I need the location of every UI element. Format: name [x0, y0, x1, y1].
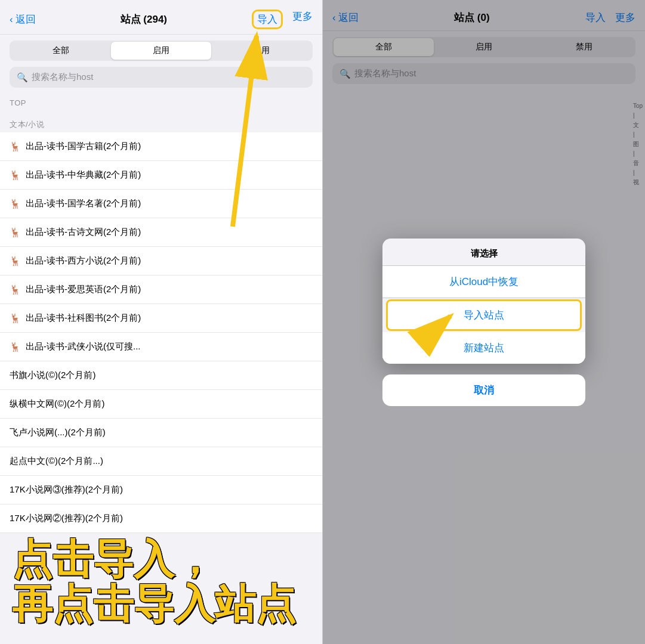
item-label: 17K小说网②(推荐)(2个月前): [10, 513, 123, 524]
left-segment-disabled[interactable]: 禁用: [211, 42, 311, 60]
deer-icon: 🦌: [10, 199, 21, 209]
deer-icon: 🦌: [10, 170, 21, 181]
action-sheet-title: 请选择: [382, 239, 585, 266]
list-item[interactable]: 17K小说网③(推荐)(2个月前): [0, 476, 322, 504]
list-item[interactable]: 🦌 出品-读书-国学古籍(2个月前): [0, 132, 322, 161]
left-import-button[interactable]: 导入: [252, 10, 283, 29]
item-label: 出品-读书-国学名著(2个月前): [26, 198, 141, 209]
left-back-label: 返回: [16, 13, 36, 26]
item-label: 17K小说网③(推荐)(2个月前): [10, 484, 123, 496]
deer-icon: 🦌: [10, 284, 21, 295]
item-label: 出品-读书-国学古籍(2个月前): [26, 141, 141, 152]
action-sheet: 请选择 从iCloud中恢复 导入站点 新建站点: [382, 239, 585, 364]
left-segment-all[interactable]: 全部: [11, 42, 111, 60]
left-more-button[interactable]: 更多: [292, 10, 313, 29]
left-back-button[interactable]: ‹ 返回: [10, 13, 36, 26]
left-chevron-icon: ‹: [10, 14, 13, 26]
item-label: 出品-读书-武侠小说(仅可搜...: [26, 341, 141, 352]
left-search-bar[interactable]: 🔍 搜索名称与host: [10, 67, 313, 88]
item-label: 出品-读书-古诗文网(2个月前): [26, 227, 141, 238]
list-item[interactable]: 🦌 出品-读书-国学名著(2个月前): [0, 190, 322, 218]
deer-icon: 🦌: [10, 141, 21, 152]
list-item[interactable]: 17K小说网②(推荐)(2个月前): [0, 504, 322, 533]
item-label: 书旗小说(©)(2个月前): [10, 370, 95, 381]
item-label: 出品-读书-社科图书(2个月前): [26, 312, 141, 324]
action-sheet-cancel[interactable]: 取消: [382, 374, 585, 406]
left-content-area: TOP 文本/小说 🦌 出品-读书-国学古籍(2个月前) 🦌 出品-读书-中华典…: [0, 94, 322, 644]
left-panel: ‹ 返回 站点 (294) 导入 更多 全部 启用 禁用 🔍 搜索名称与host…: [0, 0, 323, 644]
left-nav-title: 站点 (294): [121, 13, 167, 26]
list-item[interactable]: 飞卢小说网(...)(2个月前): [0, 419, 322, 447]
list-item[interactable]: 🦌 出品-读书-武侠小说(仅可搜...: [0, 333, 322, 361]
left-search-icon: 🔍: [17, 72, 28, 83]
item-label: 出品-读书-爱思英语(2个月前): [26, 284, 141, 295]
left-section-top: TOP: [0, 94, 322, 110]
list-item[interactable]: 🦌 出品-读书-西方小说(2个月前): [0, 247, 322, 275]
item-label: 出品-读书-中华典藏(2个月前): [26, 169, 141, 181]
list-item[interactable]: 🦌 出品-读书-爱思英语(2个月前): [0, 275, 322, 304]
left-search-placeholder: 搜索名称与host: [32, 72, 93, 83]
deer-icon: 🦌: [10, 227, 21, 238]
list-item[interactable]: 🦌 出品-读书-古诗文网(2个月前): [0, 218, 322, 247]
item-label: 出品-读书-西方小说(2个月前): [26, 255, 141, 267]
item-label: 起点中文(©)(2个月前...): [10, 456, 103, 467]
right-overlay: 请选择 从iCloud中恢复 导入站点 新建站点 取消: [323, 0, 645, 644]
list-item[interactable]: 🦌 出品-读书-社科图书(2个月前): [0, 304, 322, 333]
action-sheet-restore[interactable]: 从iCloud中恢复: [382, 266, 585, 298]
deer-icon: 🦌: [10, 256, 21, 267]
list-item[interactable]: 纵横中文网(©)(2个月前): [0, 390, 322, 419]
list-item[interactable]: 起点中文(©)(2个月前...): [0, 447, 322, 476]
right-panel: ‹ 返回 站点 (0) 导入 更多 全部 启用 禁用 🔍 搜索名称与host T…: [323, 0, 645, 644]
left-nav-actions: 导入 更多: [252, 10, 313, 29]
left-nav-bar: ‹ 返回 站点 (294) 导入 更多: [0, 0, 322, 35]
list-item[interactable]: 书旗小说(©)(2个月前): [0, 361, 322, 390]
item-label: 飞卢小说网(...)(2个月前): [10, 427, 106, 438]
list-item[interactable]: 🦌 出品-读书-中华典藏(2个月前): [0, 161, 322, 190]
deer-icon: 🦌: [10, 342, 21, 352]
deer-icon: 🦌: [10, 313, 21, 324]
left-segment-control: 全部 启用 禁用: [10, 41, 313, 61]
item-label: 纵横中文网(©)(2个月前): [10, 398, 104, 410]
action-sheet-import[interactable]: 导入站点: [386, 299, 582, 331]
left-segment-enabled[interactable]: 启用: [111, 42, 211, 60]
left-section-novels: 文本/小说: [0, 114, 322, 132]
action-sheet-new[interactable]: 新建站点: [382, 332, 585, 364]
